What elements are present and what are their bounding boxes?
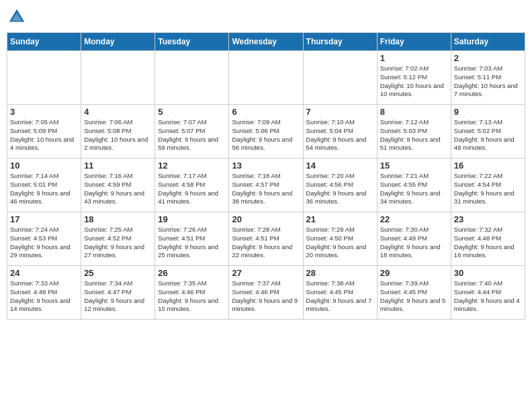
day-number: 14 (306, 161, 374, 171)
calendar-cell: 11Sunrise: 7:16 AM Sunset: 4:59 PM Dayli… (81, 158, 155, 212)
day-number: 27 (232, 268, 300, 278)
day-info: Sunrise: 7:26 AM Sunset: 4:51 PM Dayligh… (158, 226, 226, 260)
calendar-cell: 12Sunrise: 7:17 AM Sunset: 4:58 PM Dayli… (155, 158, 229, 212)
calendar-week-row: 24Sunrise: 7:33 AM Sunset: 4:48 PM Dayli… (7, 266, 525, 320)
day-info: Sunrise: 7:05 AM Sunset: 5:09 PM Dayligh… (10, 118, 78, 152)
weekday-header: Friday (377, 33, 451, 51)
calendar-cell: 18Sunrise: 7:25 AM Sunset: 4:52 PM Dayli… (81, 212, 155, 266)
day-number: 1 (380, 53, 448, 63)
day-info: Sunrise: 7:40 AM Sunset: 4:44 PM Dayligh… (454, 279, 522, 314)
day-info: Sunrise: 7:13 AM Sunset: 5:02 PM Dayligh… (454, 118, 522, 152)
calendar-week-row: 10Sunrise: 7:14 AM Sunset: 5:01 PM Dayli… (7, 158, 525, 212)
day-info: Sunrise: 7:03 AM Sunset: 5:11 PM Dayligh… (454, 64, 522, 99)
day-number: 9 (454, 107, 522, 117)
day-number: 30 (454, 268, 522, 278)
calendar-cell: 23Sunrise: 7:32 AM Sunset: 4:48 PM Dayli… (451, 212, 525, 266)
day-info: Sunrise: 7:24 AM Sunset: 4:53 PM Dayligh… (10, 226, 78, 260)
day-info: Sunrise: 7:02 AM Sunset: 5:12 PM Dayligh… (380, 64, 448, 99)
calendar-header-row: SundayMondayTuesdayWednesdayThursdayFrid… (7, 33, 525, 51)
day-info: Sunrise: 7:37 AM Sunset: 4:46 PM Dayligh… (232, 279, 300, 314)
day-info: Sunrise: 7:09 AM Sunset: 5:06 PM Dayligh… (232, 118, 300, 152)
day-info: Sunrise: 7:25 AM Sunset: 4:52 PM Dayligh… (84, 226, 152, 260)
day-number: 24 (10, 268, 78, 278)
day-number: 18 (84, 214, 152, 224)
weekday-header: Sunday (7, 33, 81, 51)
calendar-cell: 2Sunrise: 7:03 AM Sunset: 5:11 PM Daylig… (451, 51, 525, 105)
day-info: Sunrise: 7:06 AM Sunset: 5:08 PM Dayligh… (84, 118, 152, 152)
calendar-cell: 5Sunrise: 7:07 AM Sunset: 5:07 PM Daylig… (155, 105, 229, 158)
day-info: Sunrise: 7:39 AM Sunset: 4:45 PM Dayligh… (380, 279, 448, 314)
calendar-cell: 8Sunrise: 7:12 AM Sunset: 5:03 PM Daylig… (377, 105, 451, 158)
day-info: Sunrise: 7:38 AM Sunset: 4:45 PM Dayligh… (306, 279, 374, 314)
calendar-cell (7, 51, 81, 105)
day-number: 29 (380, 268, 448, 278)
day-number: 25 (84, 268, 152, 278)
day-info: Sunrise: 7:32 AM Sunset: 4:48 PM Dayligh… (454, 226, 522, 260)
weekday-header: Monday (81, 33, 155, 51)
calendar-cell: 29Sunrise: 7:39 AM Sunset: 4:45 PM Dayli… (377, 266, 451, 320)
calendar-week-row: 1Sunrise: 7:02 AM Sunset: 5:12 PM Daylig… (7, 51, 525, 105)
calendar-week-row: 3Sunrise: 7:05 AM Sunset: 5:09 PM Daylig… (7, 105, 525, 158)
day-number: 5 (158, 107, 226, 117)
day-number: 8 (380, 107, 448, 117)
day-number: 19 (158, 214, 226, 224)
logo (7, 7, 30, 27)
day-number: 11 (84, 161, 152, 171)
day-info: Sunrise: 7:10 AM Sunset: 5:04 PM Dayligh… (306, 118, 374, 152)
calendar-cell: 28Sunrise: 7:38 AM Sunset: 4:45 PM Dayli… (303, 266, 377, 320)
calendar-cell: 19Sunrise: 7:26 AM Sunset: 4:51 PM Dayli… (155, 212, 229, 266)
day-number: 3 (10, 107, 78, 117)
calendar-cell: 22Sunrise: 7:30 AM Sunset: 4:49 PM Dayli… (377, 212, 451, 266)
day-number: 15 (380, 161, 448, 171)
day-info: Sunrise: 7:33 AM Sunset: 4:48 PM Dayligh… (10, 279, 78, 314)
day-info: Sunrise: 7:22 AM Sunset: 4:54 PM Dayligh… (454, 172, 522, 206)
day-number: 6 (232, 107, 300, 117)
weekday-header: Wednesday (229, 33, 303, 51)
calendar-cell: 27Sunrise: 7:37 AM Sunset: 4:46 PM Dayli… (229, 266, 303, 320)
day-info: Sunrise: 7:16 AM Sunset: 4:59 PM Dayligh… (84, 172, 152, 206)
calendar-cell: 20Sunrise: 7:28 AM Sunset: 4:51 PM Dayli… (229, 212, 303, 266)
day-number: 26 (158, 268, 226, 278)
day-info: Sunrise: 7:17 AM Sunset: 4:58 PM Dayligh… (158, 172, 226, 206)
day-info: Sunrise: 7:28 AM Sunset: 4:51 PM Dayligh… (232, 226, 300, 260)
day-info: Sunrise: 7:29 AM Sunset: 4:50 PM Dayligh… (306, 226, 374, 260)
day-number: 22 (380, 214, 448, 224)
calendar-cell: 1Sunrise: 7:02 AM Sunset: 5:12 PM Daylig… (377, 51, 451, 105)
calendar-cell: 4Sunrise: 7:06 AM Sunset: 5:08 PM Daylig… (81, 105, 155, 158)
calendar-cell: 13Sunrise: 7:18 AM Sunset: 4:57 PM Dayli… (229, 158, 303, 212)
day-info: Sunrise: 7:21 AM Sunset: 4:55 PM Dayligh… (380, 172, 448, 206)
day-info: Sunrise: 7:20 AM Sunset: 4:56 PM Dayligh… (306, 172, 374, 206)
page: SundayMondayTuesdayWednesdayThursdayFrid… (0, 0, 532, 411)
day-number: 16 (454, 161, 522, 171)
day-number: 12 (158, 161, 226, 171)
day-info: Sunrise: 7:12 AM Sunset: 5:03 PM Dayligh… (380, 118, 448, 152)
calendar-cell: 17Sunrise: 7:24 AM Sunset: 4:53 PM Dayli… (7, 212, 81, 266)
day-info: Sunrise: 7:14 AM Sunset: 5:01 PM Dayligh… (10, 172, 78, 206)
day-number: 20 (232, 214, 300, 224)
calendar-cell (81, 51, 155, 105)
header (7, 7, 525, 27)
day-number: 7 (306, 107, 374, 117)
calendar-cell: 6Sunrise: 7:09 AM Sunset: 5:06 PM Daylig… (229, 105, 303, 158)
day-info: Sunrise: 7:34 AM Sunset: 4:47 PM Dayligh… (84, 279, 152, 314)
calendar-cell: 21Sunrise: 7:29 AM Sunset: 4:50 PM Dayli… (303, 212, 377, 266)
calendar-cell: 26Sunrise: 7:35 AM Sunset: 4:46 PM Dayli… (155, 266, 229, 320)
day-number: 13 (232, 161, 300, 171)
day-number: 10 (10, 161, 78, 171)
weekday-header: Saturday (451, 33, 525, 51)
calendar-cell (155, 51, 229, 105)
calendar: SundayMondayTuesdayWednesdayThursdayFrid… (7, 32, 525, 320)
day-info: Sunrise: 7:30 AM Sunset: 4:49 PM Dayligh… (380, 226, 448, 260)
day-number: 21 (306, 214, 374, 224)
day-info: Sunrise: 7:18 AM Sunset: 4:57 PM Dayligh… (232, 172, 300, 206)
day-number: 4 (84, 107, 152, 117)
calendar-cell: 30Sunrise: 7:40 AM Sunset: 4:44 PM Dayli… (451, 266, 525, 320)
calendar-cell: 10Sunrise: 7:14 AM Sunset: 5:01 PM Dayli… (7, 158, 81, 212)
weekday-header: Thursday (303, 33, 377, 51)
calendar-cell: 9Sunrise: 7:13 AM Sunset: 5:02 PM Daylig… (451, 105, 525, 158)
day-number: 2 (454, 53, 522, 63)
calendar-cell: 7Sunrise: 7:10 AM Sunset: 5:04 PM Daylig… (303, 105, 377, 158)
calendar-cell: 25Sunrise: 7:34 AM Sunset: 4:47 PM Dayli… (81, 266, 155, 320)
calendar-cell (229, 51, 303, 105)
calendar-cell: 3Sunrise: 7:05 AM Sunset: 5:09 PM Daylig… (7, 105, 81, 158)
